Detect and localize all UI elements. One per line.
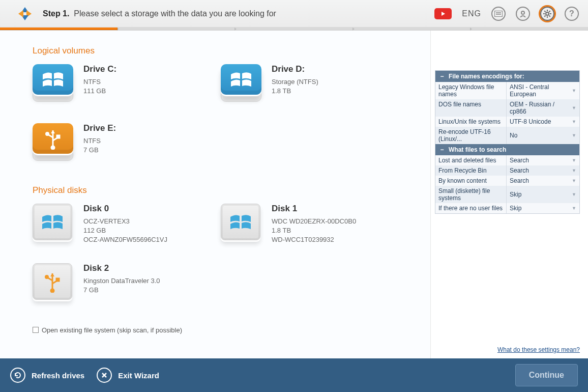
dropdown-caret-icon: ▼ [572, 168, 576, 173]
settings-row[interactable]: Small (diskette) file systems Skip▼ [435, 186, 579, 203]
encodings-panel-header[interactable]: − File names encodings for: [435, 71, 579, 82]
dropdown-caret-icon: ▼ [572, 192, 576, 197]
disk-icon [33, 263, 73, 304]
dropdown-caret-icon: ▼ [572, 178, 576, 183]
svg-rect-20 [56, 278, 59, 281]
progress-step-5 [471, 27, 588, 30]
settings-row[interactable]: DOS file names OEM - Russian / cp866▼ [435, 99, 579, 117]
volume-info: Drive D: Storage (NTFS) 1.8 TB [272, 64, 318, 105]
volume-title: Drive C: [83, 64, 116, 74]
encodings-header-label: File names encodings for: [449, 73, 524, 80]
refresh-drives-button[interactable]: Refresh drives [10, 368, 84, 383]
disk-model: WDC WD20EZRX-00DC0B0 [272, 217, 356, 226]
disk-title: Disk 1 [272, 204, 356, 214]
settings-row[interactable]: Re-encode UTF-16 (Linux/... No▼ [435, 127, 579, 144]
settings-row-label: By known content [435, 176, 507, 186]
logical-volume-item[interactable]: Drive D: Storage (NTFS) 1.8 TB [221, 64, 389, 105]
settings-row[interactable]: From Recycle Bin Search▼ [435, 165, 579, 176]
disk-model: OCZ-VERTEX3 [83, 217, 167, 226]
svg-point-19 [46, 275, 48, 278]
settings-row-value[interactable]: Search▼ [507, 165, 579, 176]
disk-title: Disk 2 [83, 263, 160, 273]
footer-bar: Refresh drives Exit Wizard Continue [0, 358, 588, 392]
svg-line-12 [544, 15, 545, 16]
logical-volume-item[interactable]: Drive E: NTFS 7 GB [33, 123, 200, 164]
settings-row-value[interactable]: ANSI - Central European▼ [507, 82, 579, 99]
collapse-icon[interactable]: − [439, 73, 445, 80]
svg-point-4 [546, 12, 549, 15]
license-button[interactable] [491, 7, 506, 21]
settings-row-value[interactable]: OEM - Russian / cp866▼ [507, 99, 579, 117]
open-existing-label: Open existing file system (skip scan, if… [42, 326, 182, 334]
settings-row-value[interactable]: Search▼ [507, 176, 579, 186]
volume-size: 111 GB [83, 87, 116, 96]
progress-step-1 [0, 27, 117, 30]
youtube-icon[interactable] [434, 8, 452, 19]
disk-title: Disk 0 [83, 204, 167, 214]
physical-disk-item[interactable]: Disk 2 Kingston DataTraveler 3.0 7 GB [33, 263, 200, 304]
dropdown-caret-icon: ▼ [572, 206, 576, 211]
svg-point-3 [521, 11, 524, 14]
settings-row-label: Small (diskette) file systems [435, 186, 507, 203]
exit-label: Exit Wizard [118, 371, 159, 380]
settings-panel: − File names encodings for: Legacy Windo… [430, 31, 588, 358]
volume-title: Drive E: [83, 123, 116, 133]
volume-detail: NTFS [83, 77, 116, 87]
physical-disk-item[interactable]: Disk 1 WDC WD20EZRX-00DC0B0 1.8 TB WD-WC… [221, 204, 389, 245]
refresh-label: Refresh drives [32, 371, 84, 380]
settings-row-value[interactable]: Search▼ [507, 155, 579, 165]
settings-row-value[interactable]: No▼ [507, 127, 579, 144]
disk-icon [33, 204, 73, 244]
disk-info: Disk 0 OCZ-VERTEX3 112 GB OCZ-AWNZ0FW556… [83, 204, 167, 245]
app-logo-icon [16, 5, 34, 22]
dropdown-caret-icon: ▼ [572, 158, 576, 163]
dropdown-caret-icon: ▼ [572, 133, 576, 138]
checkbox-icon[interactable] [33, 327, 39, 333]
continue-button[interactable]: Continue [515, 364, 578, 386]
settings-row-value[interactable]: Skip▼ [507, 186, 579, 203]
volume-icon [221, 64, 261, 105]
svg-rect-0 [494, 11, 503, 17]
dropdown-caret-icon: ▼ [572, 105, 576, 110]
exit-wizard-button[interactable]: Exit Wizard [97, 368, 159, 383]
help-icon[interactable]: ? [565, 7, 579, 21]
step-number: Step 1. [43, 9, 69, 18]
volume-size: 1.8 TB [272, 87, 318, 96]
close-icon [97, 368, 112, 383]
settings-row-label: Linux/Unix file systems [435, 117, 507, 127]
step-title: Step 1. Please select a storage with the… [43, 9, 276, 18]
disk-serial: WD-WCC1T0239932 [272, 235, 356, 244]
collapse-icon[interactable]: − [439, 146, 445, 153]
settings-row[interactable]: If there are no user files Skip▼ [435, 203, 579, 213]
settings-row[interactable]: Legacy Windows file names ANSI - Central… [435, 82, 579, 99]
logical-volume-item[interactable]: Drive C: NTFS 111 GB [33, 64, 200, 105]
open-existing-checkbox[interactable]: Open existing file system (skip scan, if… [33, 326, 414, 334]
disk-size: 7 GB [83, 286, 160, 295]
language-selector[interactable]: ENG [462, 9, 481, 18]
settings-row-value[interactable]: Skip▼ [507, 203, 579, 213]
disk-icon [221, 204, 261, 244]
disk-info: Disk 2 Kingston DataTraveler 3.0 7 GB [83, 263, 160, 304]
main-content: Logical volumes Drive C: NTFS 111 GB Dri… [0, 31, 430, 358]
volume-detail: NTFS [83, 136, 116, 146]
progress-step-3 [235, 27, 352, 30]
settings-help-link[interactable]: What do these settings mean? [497, 346, 580, 353]
svg-point-15 [46, 133, 49, 135]
progress-step-2 [117, 27, 235, 30]
encodings-panel: − File names encodings for: Legacy Windo… [435, 70, 580, 214]
settings-row-value[interactable]: UTF-8 Unicode▼ [507, 117, 579, 127]
volume-info: Drive E: NTFS 7 GB [83, 123, 116, 164]
disk-model: Kingston DataTraveler 3.0 [83, 276, 160, 286]
disk-info: Disk 1 WDC WD20EZRX-00DC0B0 1.8 TB WD-WC… [272, 204, 356, 245]
physical-disk-item[interactable]: Disk 0 OCZ-VERTEX3 112 GB OCZ-AWNZ0FW556… [33, 204, 200, 245]
search-panel-header[interactable]: − What files to search [435, 144, 579, 155]
settings-row-label: Legacy Windows file names [435, 82, 507, 99]
settings-row[interactable]: By known content Search▼ [435, 176, 579, 186]
settings-row[interactable]: Lost and deleted files Search▼ [435, 155, 579, 165]
svg-point-14 [51, 146, 54, 149]
settings-row[interactable]: Linux/Unix file systems UTF-8 Unicode▼ [435, 117, 579, 127]
top-bar: Step 1. Please select a storage with the… [0, 0, 588, 27]
user-icon[interactable] [516, 7, 530, 21]
settings-row-label: Lost and deleted files [435, 155, 507, 165]
settings-icon[interactable] [540, 7, 554, 21]
